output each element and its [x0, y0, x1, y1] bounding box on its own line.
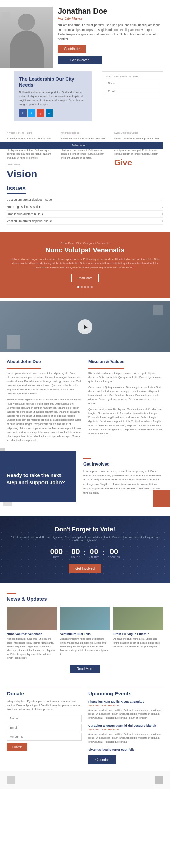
about-title: About John Doe: [7, 359, 41, 364]
about-section: About John Doe Lorem ipsum dolor sit ame…: [7, 359, 82, 445]
vote-get-involved-button[interactable]: Get Involved: [69, 564, 101, 573]
vision-tag: A Vision For The Future: [7, 132, 32, 135]
event-title-1: Phasellus Nam Mollis Risus at Sagittis: [88, 700, 163, 703]
banner-title: Nunc Volutpat Venenatis: [7, 246, 163, 254]
news-card-image-1: [7, 607, 57, 630]
slider-dot-3[interactable]: [84, 286, 86, 288]
news-card-image-3: [113, 607, 163, 630]
subscribe-button[interactable]: Subscribe: [0, 142, 163, 149]
hero-position: For City Mayor: [58, 16, 163, 20]
donate-submit-button[interactable]: Submit: [7, 743, 27, 751]
calendar-button[interactable]: Calendar: [88, 755, 116, 764]
hero-name: Jonathan Doe: [58, 7, 163, 16]
newsletter-name-input[interactable]: [106, 80, 159, 86]
news-card-image-2: [60, 607, 110, 630]
slider-dot-5[interactable]: [91, 286, 93, 288]
footer-sq-left: [7, 776, 15, 784]
donate-events-section: Donate Integer dapibus. Egestas ipsum pr…: [0, 680, 170, 771]
news-read-more-button[interactable]: Read More: [70, 665, 100, 673]
days-label: Days: [50, 556, 63, 558]
chevron-right-icon: ›: [162, 212, 163, 216]
mission-title: Mission & Values: [88, 359, 124, 364]
list-item[interactable]: Cras iaculis alictera nulla ● ›: [7, 211, 163, 218]
vote-description: Elit sit euismod, not condulla arcu dign…: [7, 536, 163, 542]
issue-label: Nunc dignissim risus id ●: [7, 205, 41, 209]
issue-label: Vestibulum auctor dapibus risque: [7, 219, 52, 223]
slider-dot-1[interactable]: [77, 286, 79, 288]
banner-slider: Event Date / City / Category / Comments …: [0, 232, 170, 298]
about-p1: Lorem ipsum dolor sit amet, consectetur …: [7, 371, 82, 396]
event-date-2: April 2021 John Hackson: [88, 728, 163, 731]
about-p2: Fusce for lacus egestas sed risus fringi…: [7, 398, 82, 442]
issue-label: Vestibulum auctor dapibus risque: [7, 198, 52, 201]
give-title: Give: [114, 158, 163, 167]
countdown-seconds: 00 Seconds: [108, 547, 120, 558]
chevron-right-icon: ›: [162, 205, 163, 209]
list-item[interactable]: Vestibulum auctor dapibus risque ›: [7, 218, 163, 225]
mission-p2: Cras non orci. Quisque molestie. Donec e…: [88, 385, 163, 406]
news-section: News & Updates Nunc Volutpat Venenatis A…: [0, 587, 170, 680]
chevron-right-icon: ›: [162, 198, 163, 201]
event-title-3: Vivamus iaculis tortor eget felis: [88, 748, 163, 751]
leadership-banner: The Leadership Our City Needs Nullam tin…: [14, 71, 92, 121]
days-number: 000: [50, 547, 63, 556]
news-card-2: Vestibulum Nisl Felis Aeneas tincidunt n…: [60, 607, 110, 660]
news-card-3: Proin Eu Augue Efficitur Aeneas tincidun…: [113, 607, 163, 660]
get-involved-hero-button[interactable]: Get Involved: [58, 56, 102, 64]
actionable-section: Actionable Issues Nullam tincidunt ut nu…: [61, 130, 109, 180]
event-item-3: Vivamus iaculis tortor eget felis: [88, 748, 163, 751]
event-item-2: Curabitur aliquam quam id dui posuere bl…: [88, 724, 163, 744]
google-icon[interactable]: g: [37, 109, 44, 117]
get-involved-left-panel: Ready to take the next step and support …: [0, 451, 76, 502]
video-section: [0, 301, 170, 352]
about-mission-section: About John Doe Lorem ipsum dolor sit ame…: [0, 352, 170, 451]
linkedin-icon[interactable]: in: [46, 109, 53, 117]
hero-section: Jonathan Doe For City Mayor Nullam tinci…: [0, 0, 170, 71]
list-item[interactable]: Vestibulum auctor dapibus risque ›: [7, 196, 163, 203]
give-section: Event Date to a Cause Nullam tincidunt u…: [114, 130, 163, 180]
vote-section: Don't Forget to Vote! Elit sit euismod, …: [0, 516, 170, 583]
banner-subtitle: Event Date / City / Category / Comments: [7, 242, 163, 245]
get-involved-right-description: Lorem ipsum dolor sit amet, consectetur …: [83, 469, 163, 495]
video-play-button[interactable]: [78, 319, 92, 334]
countdown-sep-3: :: [103, 547, 105, 558]
news-title: News & Updates: [7, 596, 163, 602]
donate-email-input[interactable]: [7, 724, 82, 731]
vision-learn-more[interactable]: Learn More: [7, 163, 20, 166]
facebook-icon[interactable]: f: [19, 109, 27, 117]
countdown-sep-2: :: [83, 547, 85, 558]
contribute-button[interactable]: Contribute: [58, 45, 86, 53]
events-section: Upcoming Events Phasellus Nam Mollis Ris…: [88, 687, 163, 764]
news-card-1: Nunc Volutpat Venenatis Aeneas tincidunt…: [7, 607, 57, 660]
social-icons: f t g in: [19, 109, 86, 117]
twitter-icon[interactable]: t: [28, 109, 35, 117]
mission-section: Mission & Values Risus ultrices rhoncus …: [88, 359, 163, 445]
banner-read-more-button[interactable]: Read More: [71, 274, 99, 282]
get-involved-cta-section: Ready to take the next step and support …: [0, 451, 170, 502]
event-item-1: Phasellus Nam Mollis Risus at Sagittis A…: [88, 700, 163, 720]
newsletter-widget: Join Our Newsletter Subscribe: [102, 71, 163, 99]
countdown-days: 000 Days: [50, 547, 63, 558]
donate-name-input[interactable]: [7, 715, 82, 722]
donate-description: Integer dapibus. Egestas ipsum pretium n…: [7, 699, 82, 711]
donate-amount-input[interactable]: [7, 733, 82, 741]
list-item[interactable]: Nunc dignissim risus id ● ›: [7, 203, 163, 211]
slider-dot-2[interactable]: [81, 286, 83, 288]
get-involved-cta-title: Ready to take the next step and support …: [7, 472, 70, 486]
news-card-title-3: Proin Eu Augue Efficitur: [113, 632, 163, 636]
news-card-title-1: Nunc Volutpat Venenatis: [7, 632, 57, 636]
mission-p1: Risus ultrices rhoncus tempus, posuere l…: [88, 371, 163, 383]
issues-section: Issues Vestibulum auctor dapibus risque …: [0, 183, 170, 228]
vote-title: Don't Forget to Vote!: [7, 526, 163, 533]
newsletter-email-input[interactable]: [106, 88, 159, 94]
hero-content: Jonathan Doe For City Mayor Nullam tinci…: [54, 7, 163, 68]
minutes-label: Minutes: [89, 556, 100, 558]
countdown-minutes: 00 Minutes: [89, 547, 100, 558]
minutes-number: 00: [89, 547, 100, 556]
slider-dot-4[interactable]: [87, 286, 89, 288]
seconds-number: 00: [108, 547, 120, 556]
donate-section: Donate Integer dapibus. Egestas ipsum pr…: [7, 687, 82, 764]
vision-title: Vision: [7, 168, 56, 180]
news-card-desc-1: Aeneas tincidunt nunc arcu, ut posuere e…: [7, 637, 57, 660]
mission-p3: Quisque maximus mollis aliquam. Donec al…: [88, 407, 163, 436]
